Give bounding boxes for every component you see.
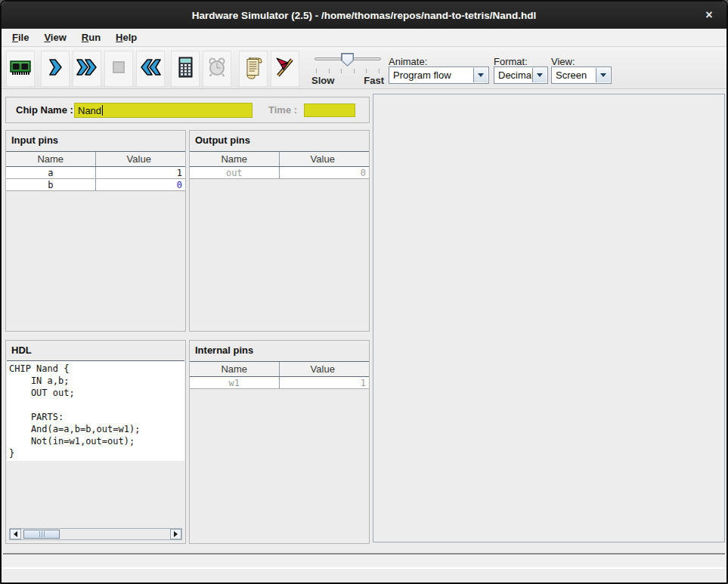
hdl-code: CHIP Nand { IN a,b; OUT out; PARTS: And(… [7,361,184,459]
chip-name-label: Chip Name : [16,104,73,116]
slider-fast-label: Fast [364,75,384,86]
internal-pins-table: Name Value w1 1 [190,361,369,389]
chevron-down-icon[interactable] [596,68,610,82]
toolbar: Slow Fast Animate: Program flow Format: … [2,48,726,89]
chip-name-panel: Chip Name : Nand Time : [5,97,370,123]
animate-label: Animate: [389,56,427,67]
pin-name: w1 [190,377,280,388]
slider-thumb[interactable] [341,53,354,66]
column-header-value: Value [280,362,370,376]
footer-strip [2,570,726,582]
clock-cycle-button[interactable] [203,51,231,87]
column-header-value: Value [280,152,370,166]
run-button[interactable] [73,51,101,87]
slider-slow-label: Slow [311,75,334,86]
view-script-button[interactable] [239,51,268,87]
output-pins-panel: Output pins Name Value out 0 [189,130,370,332]
hardware-simulator-window: Hardware Simulator (2.5) - /home/thomas/… [0,0,728,584]
memory-chip-icon [8,55,33,82]
pin-value: 1 [280,377,370,388]
column-header-value: Value [96,152,186,166]
pin-name: out [190,167,280,178]
chip-name-input[interactable]: Nand [74,103,252,118]
view-select[interactable]: Screen [551,66,612,84]
chevron-down-icon[interactable] [473,68,488,82]
column-header-name: Name [190,152,280,166]
scroll-right-arrow-icon[interactable] [170,529,181,539]
text-caret [102,105,103,116]
column-header-name: Name [190,362,280,376]
menu-help[interactable]: Help [108,29,144,45]
hdl-title: HDL [11,345,32,356]
format-select[interactable]: Decimal [494,66,548,84]
format-label: Format: [494,56,528,67]
slider-ticks [316,69,379,73]
hdl-panel: HDL CHIP Nand { IN a,b; OUT out; PARTS: … [5,340,186,544]
menu-view[interactable]: View [36,29,73,45]
table-row: out 0 [190,167,369,179]
stop-square-icon [107,55,131,82]
column-header-name: Name [6,152,96,166]
clock-icon [205,55,229,82]
internal-pins-title: Internal pins [195,345,253,356]
fast-forward-icon [74,55,100,82]
time-label: Time : [268,104,297,116]
scroll-left-arrow-icon[interactable] [10,529,21,539]
menu-bar: File View Run Help [2,29,726,47]
animate-value: Program flow [393,70,451,81]
menu-file[interactable]: File [5,29,36,45]
load-chip-button[interactable] [6,51,35,87]
pin-value: 0 [280,167,370,178]
pin-name: a [6,167,96,178]
input-pins-table: Name Value a 1 b 0 [6,151,185,191]
window-title: Hardware Simulator (2.5) - /home/thomas/… [192,10,536,21]
single-step-icon [43,55,67,82]
rewind-icon [138,55,163,82]
output-pins-table: Name Value out 0 [190,151,369,179]
menu-run[interactable]: Run [74,29,108,45]
time-field[interactable] [304,104,355,117]
scrollbar-thumb[interactable] [23,530,60,539]
view-value: Screen [556,70,587,81]
status-bar [3,553,725,569]
pin-value[interactable]: 1 [96,167,186,178]
view-output-button[interactable] [271,51,299,87]
table-row: a 1 [6,167,185,179]
internal-pins-panel: Internal pins Name Value w1 1 [189,340,370,544]
table-row: b 0 [6,179,185,191]
evaluate-button[interactable] [171,51,200,87]
calculator-icon [173,55,197,82]
chip-display-canvas [373,94,725,542]
output-pins-title: Output pins [195,134,250,146]
script-scroll-icon [241,55,265,82]
title-bar[interactable]: Hardware Simulator (2.5) - /home/thomas/… [2,2,726,29]
hdl-code-area[interactable]: CHIP Nand { IN a,b; OUT out; PARTS: And(… [7,360,184,461]
reset-button[interactable] [136,51,165,87]
chevron-down-icon[interactable] [532,68,547,82]
view-label: View: [551,56,575,67]
format-value: Decimal [498,70,534,81]
speed-slider: Slow Fast [310,51,386,88]
stop-button[interactable] [104,51,133,87]
pin-name: b [6,179,96,190]
single-step-button[interactable] [41,51,70,87]
input-pins-panel: Input pins Name Value a 1 b 0 [5,130,186,332]
marker-arrow-icon [273,55,297,82]
animate-select[interactable]: Program flow [389,66,489,84]
hdl-horizontal-scrollbar[interactable] [9,528,182,540]
table-row: w1 1 [190,377,369,389]
pin-value[interactable]: 0 [96,179,186,190]
input-pins-title: Input pins [11,134,58,146]
close-icon[interactable]: × [701,8,717,23]
